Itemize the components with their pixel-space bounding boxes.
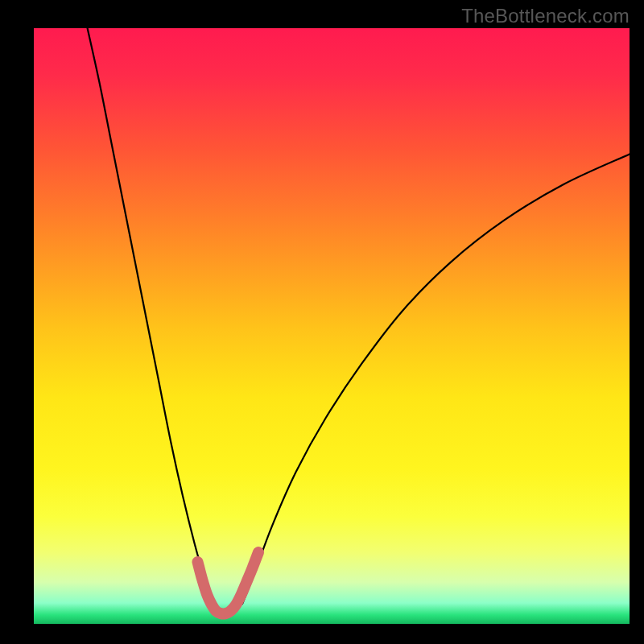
series-bottleneck-curve-right — [242, 154, 630, 604]
series-bottleneck-curve-left — [88, 28, 213, 604]
watermark-text: TheBottleneck.com — [461, 5, 630, 27]
curve-layer — [34, 28, 630, 628]
plot-area — [34, 28, 630, 628]
series-optimal-zone-marker — [198, 552, 258, 613]
chart-frame: TheBottleneck.com — [0, 0, 644, 644]
